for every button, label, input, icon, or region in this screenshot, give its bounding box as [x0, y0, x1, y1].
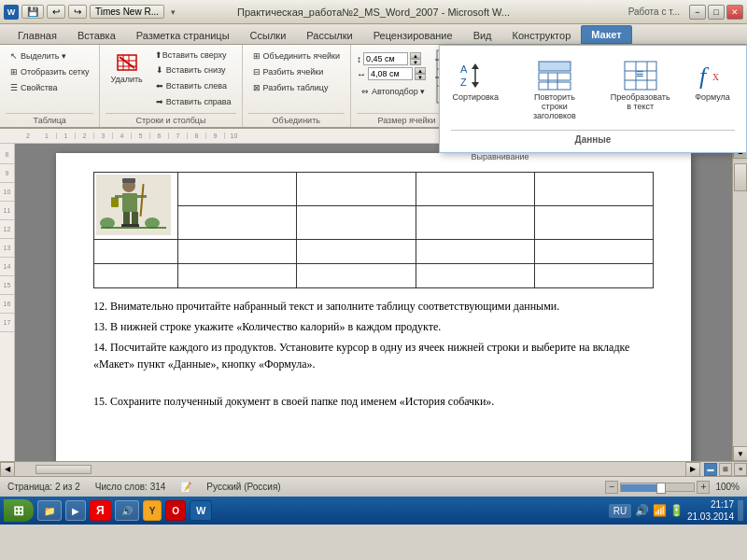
taskbar-word-btn[interactable]: W	[190, 500, 212, 521]
tab-home[interactable]: Главная	[7, 25, 67, 44]
ruler-mark: 1	[56, 133, 75, 139]
hscroll-thumb[interactable]	[35, 465, 92, 474]
vertical-scrollbar[interactable]: ▲ ▼	[732, 144, 747, 461]
tab-references[interactable]: Ссылки	[240, 25, 297, 44]
taskbar-opera-btn[interactable]: O	[165, 500, 186, 521]
web-view-button[interactable]: ≡	[734, 463, 747, 476]
tab-insert[interactable]: Вставка	[67, 25, 126, 44]
undo-btn[interactable]: ↩	[47, 5, 65, 19]
insert-right-button[interactable]: ➡ Вставить справа	[151, 94, 236, 109]
word-icon: W	[196, 505, 205, 516]
maximize-button[interactable]: □	[708, 5, 725, 20]
table-cell-2-3[interactable]	[297, 206, 416, 240]
table-cell-2-4[interactable]	[416, 206, 534, 240]
select-button[interactable]: ↖ Выделить ▾	[6, 49, 93, 63]
table-cell-4-5[interactable]	[534, 264, 653, 288]
table-cell-1-5[interactable]	[534, 173, 653, 206]
font-name-btn[interactable]: Times New R...	[90, 5, 164, 19]
table-cell-3-1[interactable]	[94, 240, 178, 264]
scroll-track[interactable]	[733, 159, 747, 446]
hscroll-right-button[interactable]: ▶	[685, 462, 700, 477]
hscroll-track[interactable]	[17, 465, 684, 474]
ruler-mark: 2	[75, 133, 93, 139]
sort-button[interactable]: A Z Сортировка	[445, 55, 506, 124]
table-cell-4-1[interactable]	[94, 264, 178, 288]
zoom-thumb[interactable]	[656, 483, 666, 494]
table-cell-1-4[interactable]	[416, 173, 534, 206]
taskbar-file-btn[interactable]: 📁	[37, 500, 62, 521]
height-input[interactable]	[363, 52, 408, 65]
show-grid-button[interactable]: ⊞ Отобразить сетку	[6, 64, 93, 79]
split-cells-button[interactable]: ⊟ Разбить ячейки	[248, 64, 345, 79]
table-cell-3-5[interactable]	[534, 240, 653, 264]
language-status: Русский (Россия)	[206, 482, 280, 492]
zoom-out-button[interactable]: −	[605, 481, 618, 494]
table-cell-4-2[interactable]	[178, 264, 297, 288]
table-cell-4-4[interactable]	[416, 264, 534, 288]
table-cell-1-3[interactable]	[297, 173, 416, 206]
width-down[interactable]: ▼	[415, 74, 426, 80]
table-cell-3-4[interactable]	[416, 240, 534, 264]
quick-save-btn[interactable]: 💾	[21, 5, 44, 19]
height-spinner[interactable]: ▲ ▼	[410, 52, 421, 65]
table-cell-4-3[interactable]	[297, 264, 416, 288]
repeat-header-button[interactable]: Повторить строкизаголовков	[514, 55, 597, 124]
height-up[interactable]: ▲	[410, 52, 421, 59]
zoom-in-button[interactable]: +	[697, 481, 710, 494]
properties-button[interactable]: ☰ Свойства	[6, 80, 93, 95]
taskbar-right-area: RU 🔊 📶 🔋 21:17 21.03.2014	[609, 498, 743, 523]
repeat-icon	[536, 59, 573, 92]
insert-bottom-button[interactable]: ⬇ Вставить снизу	[151, 63, 236, 77]
svg-rect-39	[132, 212, 138, 226]
redo-btn[interactable]: ↪	[68, 5, 87, 19]
zoom-controls[interactable]: − + 100%	[605, 481, 740, 494]
tab-review[interactable]: Рецензирование	[363, 25, 463, 44]
insert-left-button[interactable]: ⬅ Вставить слева	[151, 78, 236, 93]
show-desktop-btn[interactable]	[738, 500, 743, 521]
normal-view-button[interactable]: ▬	[704, 463, 717, 476]
opera-icon: O	[172, 506, 179, 516]
ribbon-group-table: ↖ Выделить ▾ ⊞ Отобразить сетку ☰ Свойст…	[0, 45, 100, 127]
soldier-image	[96, 175, 171, 235]
document-table[interactable]	[93, 172, 654, 288]
scroll-down-button[interactable]: ▼	[733, 446, 747, 461]
table-cell-2-2[interactable]	[178, 206, 297, 240]
taskbar-media-btn[interactable]: ▶	[65, 500, 86, 521]
taskbar-sound-btn[interactable]: 🔊	[115, 500, 139, 521]
tab-pagelayout[interactable]: Разметка страницы	[126, 25, 240, 44]
svg-rect-38	[123, 212, 130, 226]
taskbar-yandex-btn[interactable]: Я	[90, 500, 111, 521]
delete-button[interactable]: Удалить	[106, 49, 147, 87]
split-table-button[interactable]: ⊠ Разбить таблицу	[248, 80, 345, 95]
document-scroll[interactable]: 12. Внимательно прочитайте набранный тек…	[15, 144, 732, 461]
width-input[interactable]	[368, 67, 413, 80]
rowscols-content: Удалить ⬆ Вставить сверху ⬇ Вставить сни…	[106, 49, 235, 109]
table-cell-3-2[interactable]	[178, 240, 297, 264]
taskbar-browser-y-btn[interactable]: Y	[143, 500, 162, 521]
minimize-button[interactable]: −	[689, 5, 706, 20]
zoom-slider[interactable]	[620, 483, 695, 492]
svg-marker-17	[472, 82, 479, 88]
tab-view[interactable]: Вид	[463, 25, 502, 44]
full-screen-view-button[interactable]: ⊞	[719, 463, 732, 476]
tab-design[interactable]: Конструктор	[502, 25, 582, 44]
convert-text-button[interactable]: ≡ Преобразоватьв текст	[603, 55, 677, 124]
autofit-button[interactable]: ⇔ Автоподбор ▾	[357, 84, 430, 99]
insert-top-label: Вставить сверху	[162, 50, 227, 60]
width-up[interactable]: ▲	[415, 67, 426, 74]
horizontal-scrollbar[interactable]: ◀ ▶ ▬ ⊞ ≡	[0, 461, 747, 476]
close-button[interactable]: ✕	[726, 5, 743, 20]
table-cell-3-3[interactable]	[297, 240, 416, 264]
height-down[interactable]: ▼	[410, 59, 421, 65]
start-button[interactable]: ⊞	[4, 499, 34, 522]
table-cell-1-2[interactable]	[178, 173, 297, 206]
merge-cells-button[interactable]: ⊞ Объединить ячейки	[248, 49, 345, 63]
table-cell-2-5[interactable]	[534, 206, 653, 240]
formula-button[interactable]: f x Формула	[684, 55, 740, 124]
insert-top-button[interactable]: ⬆ Вставить сверху	[151, 49, 236, 62]
hscroll-left-button[interactable]: ◀	[0, 462, 15, 477]
width-spinner[interactable]: ▲ ▼	[415, 67, 426, 80]
tab-mailings[interactable]: Рассылки	[296, 25, 362, 44]
tab-layout[interactable]: Макет	[581, 25, 631, 44]
scroll-thumb[interactable]	[734, 163, 747, 191]
